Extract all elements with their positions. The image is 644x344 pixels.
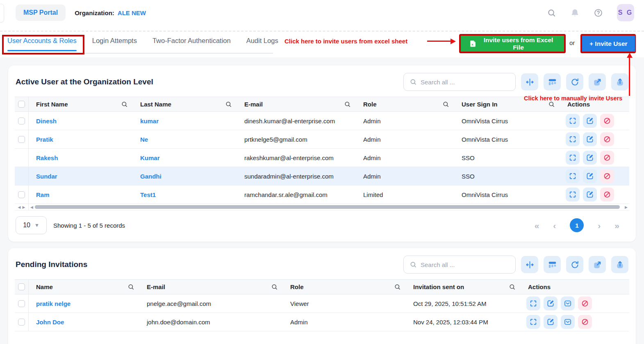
last-name-value[interactable]: Ne bbox=[140, 136, 148, 143]
last-name[interactable]: Test1 bbox=[133, 191, 237, 198]
last-name-value[interactable]: kumar bbox=[140, 118, 159, 124]
active-users-search-input[interactable] bbox=[421, 79, 510, 86]
name[interactable]: pratik nelge bbox=[29, 300, 139, 307]
expand-action-button[interactable] bbox=[566, 151, 580, 165]
edit-action-button[interactable] bbox=[544, 315, 558, 329]
last-name[interactable]: Ne bbox=[133, 136, 237, 143]
first-name[interactable]: Rakesh bbox=[29, 154, 133, 161]
scroll-right-icon[interactable]: ▶ bbox=[625, 205, 628, 209]
current-page-button[interactable]: 1 bbox=[570, 218, 584, 232]
name-value[interactable]: John Doe bbox=[36, 319, 64, 326]
h-scroll-thumb[interactable] bbox=[35, 205, 620, 209]
expand-action-button[interactable] bbox=[566, 188, 580, 201]
avatar[interactable]: S G bbox=[617, 4, 634, 21]
first-page-button[interactable]: « bbox=[535, 221, 539, 230]
organization-value[interactable]: ALE NEW bbox=[118, 9, 146, 16]
expand-action-button[interactable] bbox=[566, 114, 580, 128]
mail-action-button[interactable] bbox=[561, 315, 575, 329]
last-name[interactable]: Gandhi bbox=[133, 173, 237, 180]
first-name[interactable]: Sundar bbox=[29, 173, 133, 180]
msp-portal-badge[interactable]: MSP Portal bbox=[16, 5, 66, 21]
edit-action-button[interactable] bbox=[583, 114, 597, 128]
edit-action-button[interactable] bbox=[583, 132, 597, 146]
expand-action-button[interactable] bbox=[566, 132, 580, 146]
fit-columns-icon[interactable] bbox=[521, 73, 538, 91]
columns-icon[interactable] bbox=[544, 73, 561, 91]
scroll-left-icon[interactable]: ◀ bbox=[30, 205, 33, 209]
last-name-value[interactable]: Gandhi bbox=[140, 173, 162, 180]
first-name[interactable]: Dinesh bbox=[29, 118, 133, 124]
last-name[interactable]: kumar bbox=[133, 118, 237, 124]
mail-action-button[interactable] bbox=[561, 296, 575, 310]
expand-action-button[interactable] bbox=[526, 296, 540, 310]
frozen-col-scroll-buttons[interactable]: ◀▶ bbox=[15, 204, 29, 210]
row-checkbox[interactable] bbox=[18, 319, 25, 326]
column-search-icon[interactable] bbox=[548, 101, 555, 108]
column-search-icon[interactable] bbox=[127, 283, 134, 290]
last-name-value[interactable]: Kumar bbox=[140, 154, 160, 161]
first-name-value[interactable]: Rakesh bbox=[36, 154, 58, 161]
edit-action-button[interactable] bbox=[583, 169, 597, 183]
pending-search-input[interactable] bbox=[421, 261, 510, 268]
search-icon[interactable] bbox=[547, 8, 556, 18]
name-value[interactable]: pratik nelge bbox=[36, 300, 71, 307]
prev-page-button[interactable]: ‹ bbox=[553, 221, 556, 230]
invite-user-button[interactable]: + Invite User bbox=[582, 36, 635, 52]
disable-action-button[interactable] bbox=[600, 132, 614, 146]
first-name-value[interactable]: Ram bbox=[36, 191, 50, 198]
last-name[interactable]: Kumar bbox=[133, 154, 237, 161]
bell-icon[interactable] bbox=[570, 8, 580, 18]
row-checkbox[interactable] bbox=[18, 118, 25, 124]
open-external-icon[interactable] bbox=[589, 256, 606, 273]
column-search-icon[interactable] bbox=[442, 101, 449, 108]
edit-action-button[interactable] bbox=[583, 151, 597, 165]
first-name-value[interactable]: Pratik bbox=[36, 136, 53, 143]
name[interactable]: John Doe bbox=[29, 319, 139, 326]
first-name[interactable]: Ram bbox=[29, 191, 133, 198]
select-all-checkbox[interactable] bbox=[18, 101, 25, 108]
last-page-button[interactable]: » bbox=[614, 221, 619, 230]
disable-action-button[interactable] bbox=[600, 188, 614, 201]
first-name-value[interactable]: Dinesh bbox=[36, 118, 57, 124]
refresh-icon[interactable] bbox=[566, 73, 583, 91]
last-name-value[interactable]: Test1 bbox=[140, 191, 156, 198]
edit-action-button[interactable] bbox=[583, 188, 597, 201]
upload-icon[interactable] bbox=[611, 73, 628, 91]
column-search-icon[interactable] bbox=[225, 101, 232, 108]
tab-login-attempts[interactable]: Login Attempts bbox=[92, 37, 137, 50]
column-search-icon[interactable] bbox=[121, 101, 128, 108]
first-name-value[interactable]: Sundar bbox=[36, 173, 57, 180]
tab-user-accounts-roles[interactable]: User Accounts & Roles bbox=[7, 37, 77, 50]
scroll-left-icon[interactable]: ◀ bbox=[18, 205, 21, 209]
row-checkbox[interactable] bbox=[18, 136, 25, 143]
disable-action-button[interactable] bbox=[600, 169, 614, 183]
expand-action-button[interactable] bbox=[526, 315, 540, 329]
scroll-right-icon[interactable]: ▶ bbox=[23, 205, 25, 209]
disable-action-button[interactable] bbox=[578, 315, 592, 329]
column-search-icon[interactable] bbox=[271, 283, 278, 290]
help-icon[interactable] bbox=[594, 8, 603, 18]
tab-two-factor-authentication[interactable]: Two-Factor Authentication bbox=[152, 37, 231, 50]
disable-action-button[interactable] bbox=[600, 114, 614, 128]
page-size-select[interactable]: 10 ▼ bbox=[16, 216, 47, 234]
row-checkbox[interactable] bbox=[18, 191, 25, 198]
h-scroll-track[interactable]: ◀▶ bbox=[29, 204, 629, 210]
row-checkbox[interactable] bbox=[18, 300, 25, 307]
next-page-button[interactable]: › bbox=[598, 221, 601, 230]
column-search-icon[interactable] bbox=[394, 283, 401, 290]
disable-action-button[interactable] bbox=[578, 296, 592, 310]
columns-icon[interactable] bbox=[544, 256, 561, 273]
upload-icon[interactable] bbox=[611, 256, 628, 273]
column-search-icon[interactable] bbox=[344, 101, 351, 108]
expand-action-button[interactable] bbox=[566, 169, 580, 183]
invite-excel-button[interactable]: x Invite users from Excel File bbox=[461, 36, 564, 52]
column-search-icon[interactable] bbox=[509, 283, 516, 290]
tab-audit-logs[interactable]: Audit Logs bbox=[246, 37, 278, 50]
fit-columns-icon[interactable] bbox=[521, 256, 538, 273]
open-external-icon[interactable] bbox=[589, 73, 606, 91]
first-name[interactable]: Pratik bbox=[29, 136, 133, 143]
edit-action-button[interactable] bbox=[544, 296, 558, 310]
select-all-checkbox[interactable] bbox=[18, 283, 25, 290]
refresh-icon[interactable] bbox=[566, 256, 583, 273]
disable-action-button[interactable] bbox=[600, 151, 614, 165]
